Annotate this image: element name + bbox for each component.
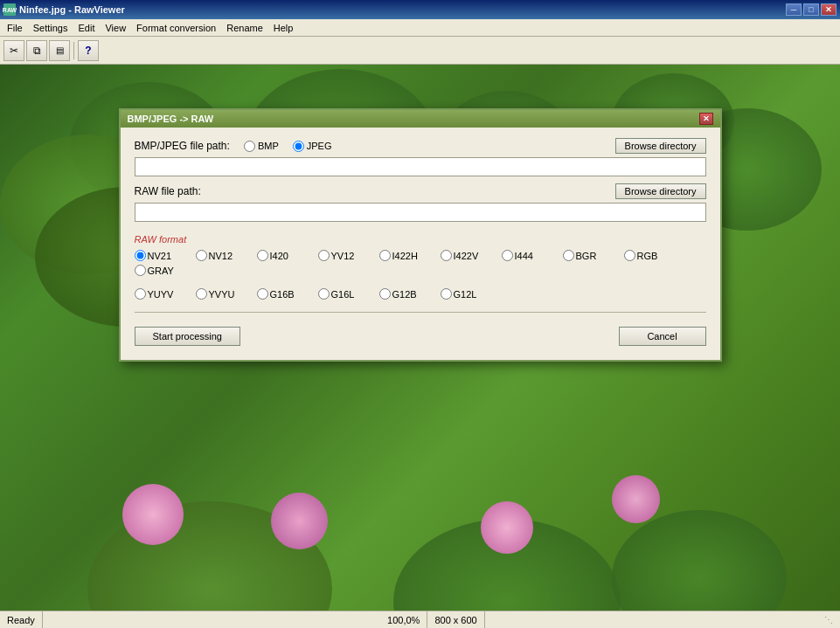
- separator: [135, 312, 706, 313]
- format-g12l[interactable]: G12L: [441, 288, 502, 300]
- status-text: Ready: [7, 615, 35, 625]
- format-g16b[interactable]: G16B: [257, 288, 318, 300]
- toolbar-separator: [73, 42, 74, 59]
- format-nv21[interactable]: NV21: [135, 250, 196, 261]
- format-yv12[interactable]: YV12: [318, 250, 379, 261]
- yvyu-radio[interactable]: [196, 288, 207, 300]
- format-yuyv[interactable]: YUYV: [135, 288, 196, 300]
- cut-button[interactable]: ✂: [3, 40, 24, 61]
- format-gray[interactable]: GRAY: [135, 265, 196, 276]
- dialog-action-buttons: Start processing Cancel: [135, 321, 706, 346]
- format-i444[interactable]: I444: [502, 250, 563, 261]
- format-g12b[interactable]: G12B: [379, 288, 441, 300]
- toolbar: ✂ ⧉ ▤ ?: [0, 37, 840, 65]
- nv12-radio[interactable]: [196, 250, 207, 261]
- browse-bmp-jpeg-button[interactable]: Browse directory: [615, 138, 706, 154]
- format-grid-row1: NV21 NV12 I420 YV12: [135, 250, 706, 279]
- bmp-radio-option[interactable]: BMP: [244, 141, 279, 152]
- format-i422v[interactable]: I422V: [441, 250, 502, 261]
- format-grid-row2: YUYV YVYU G16B G16L: [135, 288, 706, 303]
- format-i422h[interactable]: I422H: [379, 250, 441, 261]
- nv21-radio[interactable]: [135, 250, 146, 261]
- bmp-jpeg-to-raw-dialog: BMP/JPEG -> RAW ✕ BMP/JPEG file path: BM…: [119, 108, 722, 362]
- title-bar: RAW Ninfee.jpg - RawViewer ─ □ ✕: [0, 0, 840, 19]
- cancel-button[interactable]: Cancel: [619, 327, 706, 346]
- status-bar: Ready 100,0% 800 x 600 ⋱: [0, 611, 840, 628]
- main-content: BMP/JPEG -> RAW ✕ BMP/JPEG file path: BM…: [0, 65, 840, 611]
- copy-button[interactable]: ⧉: [26, 40, 47, 61]
- g12b-radio[interactable]: [379, 288, 391, 300]
- format-yvyu[interactable]: YVYU: [196, 288, 257, 300]
- g16l-radio[interactable]: [318, 288, 330, 300]
- g12l-radio[interactable]: [441, 288, 452, 300]
- jpeg-radio-option[interactable]: JPEG: [293, 141, 332, 152]
- bmp-jpeg-path-input[interactable]: [135, 157, 706, 176]
- menu-settings[interactable]: Settings: [28, 19, 73, 36]
- bmp-jpeg-path-label: BMP/JPEG file path:: [135, 140, 230, 152]
- yuyv-radio[interactable]: [135, 288, 146, 300]
- browse-raw-button[interactable]: Browse directory: [615, 183, 706, 199]
- raw-path-label: RAW file path:: [135, 185, 201, 197]
- bmp-label: BMP: [258, 141, 279, 151]
- start-processing-button[interactable]: Start processing: [135, 327, 240, 346]
- dialog-body: BMP/JPEG file path: BMP JPEG Browse dire…: [121, 128, 720, 360]
- raw-path-input[interactable]: [135, 203, 706, 222]
- i420-radio[interactable]: [257, 250, 268, 261]
- status-text-section: Ready: [5, 611, 43, 628]
- raw-path-row: RAW file path: Browse directory: [135, 183, 706, 199]
- dimensions-section: 800 x 600: [427, 611, 484, 628]
- menu-file[interactable]: File: [2, 19, 28, 36]
- format-rgb[interactable]: RGB: [624, 250, 685, 261]
- paste-button[interactable]: ▤: [49, 40, 70, 61]
- resize-grip-icon: ⋱: [823, 614, 835, 626]
- jpeg-label: JPEG: [307, 141, 332, 151]
- help-button[interactable]: ?: [78, 40, 99, 61]
- format-bgr[interactable]: BGR: [563, 250, 624, 261]
- i444-radio[interactable]: [502, 250, 513, 261]
- gray-radio[interactable]: [135, 265, 146, 276]
- dialog-title-text: BMP/JPEG -> RAW: [128, 114, 214, 124]
- maximize-button[interactable]: □: [803, 3, 819, 16]
- app-title: Ninfee.jpg - RawViewer: [19, 4, 125, 15]
- dialog-title-bar: BMP/JPEG -> RAW ✕: [121, 110, 720, 128]
- title-bar-buttons: ─ □ ✕: [786, 3, 837, 16]
- format-g16l[interactable]: G16L: [318, 288, 379, 300]
- bgr-radio[interactable]: [563, 250, 574, 261]
- menu-format-conversion[interactable]: Format conversion: [131, 19, 221, 36]
- dialog-close-button[interactable]: ✕: [699, 113, 713, 125]
- menu-bar: File Settings Edit View Format conversio…: [0, 19, 840, 37]
- g16b-radio[interactable]: [257, 288, 268, 300]
- image-dimensions: 800 x 600: [434, 615, 476, 625]
- close-button[interactable]: ✕: [821, 3, 837, 16]
- zoom-level: 100,0%: [387, 615, 420, 625]
- yv12-radio[interactable]: [318, 250, 330, 261]
- minimize-button[interactable]: ─: [786, 3, 802, 16]
- menu-rename[interactable]: Rename: [221, 19, 268, 36]
- menu-edit[interactable]: Edit: [73, 19, 100, 36]
- i422h-radio[interactable]: [379, 250, 391, 261]
- bmp-radio[interactable]: [244, 141, 255, 152]
- menu-view[interactable]: View: [100, 19, 131, 36]
- app-icon: RAW: [3, 3, 16, 16]
- format-i420[interactable]: I420: [257, 250, 318, 261]
- i422v-radio[interactable]: [441, 250, 452, 261]
- format-nv12[interactable]: NV12: [196, 250, 257, 261]
- menu-help[interactable]: Help: [268, 19, 299, 36]
- jpeg-radio[interactable]: [293, 141, 304, 152]
- bmp-jpeg-path-row: BMP/JPEG file path: BMP JPEG Browse dire…: [135, 138, 706, 154]
- raw-format-label: RAW format: [135, 234, 706, 245]
- rgb-radio[interactable]: [624, 250, 635, 261]
- zoom-section: 100,0%: [380, 611, 427, 628]
